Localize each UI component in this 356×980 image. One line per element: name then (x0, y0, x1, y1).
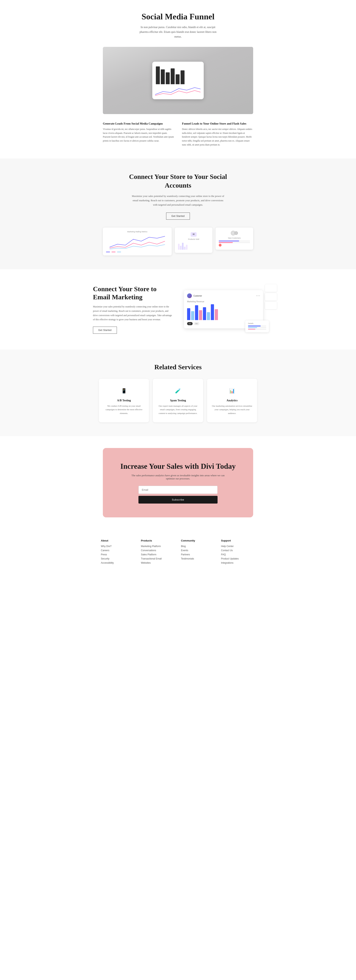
services-grid: 📱 A/B Testing We conduct A/B testing on … (99, 379, 257, 422)
ab-testing-icon: 📱 (119, 386, 129, 396)
mock-mini-bars (178, 242, 209, 250)
details-card: Details (245, 320, 269, 332)
side-card-mini-1 (265, 284, 277, 292)
footer-link-testimonials[interactable]: Testimonials (181, 557, 215, 560)
footer-col-products: Products Marketing Platform Conversation… (141, 539, 175, 566)
footer-col-about: About Why Divi? Careers Press Security A… (101, 539, 135, 566)
service-card-ab-testing: 📱 A/B Testing We conduct A/B testing on … (99, 379, 149, 422)
col2-text: Donec ultrices lobortis arcu, nec auctor… (182, 127, 253, 147)
footer-col-support: Support Help Center Contact Us FAQ Produ… (221, 539, 255, 566)
service-card-spam-testing: 🧪 Spam Testing Our expert team manages a… (153, 379, 203, 422)
footer-col-community: Community Blog Events Partners Testimoni… (181, 539, 215, 566)
ab-testing-title: A/B Testing (104, 399, 144, 402)
col1-heading: Generate Leads From Social Media Campaig… (103, 122, 174, 125)
connect-store-heading: Connect Your Store to Your Social Accoun… (129, 172, 227, 190)
footer-link-partners[interactable]: Partners (181, 553, 215, 556)
detail-line-2 (248, 327, 266, 328)
col1-text: Vivamus id gravida mi, nec ullamcorper p… (103, 127, 174, 143)
cta-description: The sales performance analytics have giv… (129, 474, 227, 480)
footer-products-heading: Products (141, 539, 175, 542)
mock-side-card-1: ✉ Products Sold (175, 228, 212, 253)
service-card-analytics: 📊 Analytics Our marketing automation ser… (207, 379, 257, 422)
footer-link-updates[interactable]: Product Updates (221, 557, 255, 560)
email-mock-container: Customer Marketing Revenue (184, 290, 263, 328)
hero-subtitle: In non pulvinar purus. Curabitur nisi od… (136, 25, 220, 39)
footer-link-conversations[interactable]: Conversations (141, 549, 175, 552)
mock-x-button[interactable]: × (219, 244, 222, 247)
email-marketing-heading: Connect Your Store to Email Marketing (93, 285, 172, 301)
footer-about-heading: About (101, 539, 135, 542)
two-col-section: Generate Leads From Social Media Campaig… (99, 122, 257, 147)
footer-link-sales[interactable]: Sales Platform (141, 553, 175, 556)
footer-link-accessibility[interactable]: Accessibility (101, 562, 135, 564)
email-marketing-cta[interactable]: Get Started (93, 326, 117, 334)
side-card-mini-2 (265, 293, 277, 301)
customer-row: Customer (187, 293, 260, 298)
email-marketing-section: Connect Your Store to Email Marketing Ma… (0, 269, 356, 350)
footer-link-marketing[interactable]: Marketing Platform (141, 545, 175, 547)
three-dots-menu[interactable] (256, 295, 260, 296)
footer-link-press[interactable]: Press (101, 553, 135, 556)
detail-line-1 (248, 326, 266, 326)
col1: Generate Leads From Social Media Campaig… (103, 122, 174, 147)
footer-community-heading: Community (181, 539, 215, 542)
analytics-icon: 📊 (227, 386, 237, 396)
email-marketing-text: Connect Your Store to Email Marketing Ma… (93, 285, 172, 334)
footer-link-careers[interactable]: Careers (101, 549, 135, 552)
col2-heading: Funnel Leads to Your Online Store and Fl… (182, 122, 253, 125)
detail-line-3 (248, 329, 266, 329)
footer-link-faq[interactable]: FAQ (221, 553, 255, 556)
subscribe-button[interactable]: Subscribe (139, 496, 217, 504)
side-card-mini-3 (265, 302, 277, 309)
hero-image (103, 47, 253, 114)
related-services-section: Related Services 📱 A/B Testing We conduc… (0, 350, 356, 436)
footer-link-websites[interactable]: Websites (141, 562, 175, 564)
footer-link-security[interactable]: Security (101, 557, 135, 560)
side-mini-cards (265, 284, 277, 309)
connect-store-cta[interactable]: Get Started (166, 213, 190, 220)
details-label: Details (248, 323, 266, 325)
mock-email-icon: ✉ (191, 232, 196, 237)
customer-avatar (187, 293, 192, 298)
spam-testing-icon: 🧪 (173, 386, 183, 396)
mock-progress-2 (219, 242, 250, 243)
analytics-description: Our marketing automation services stream… (212, 404, 252, 415)
mock-main-label: Marketing Mailing Metrics (106, 231, 169, 233)
mock-main-card: Marketing Mailing Metrics (103, 228, 172, 255)
email-input-row: Subscribe (139, 486, 217, 504)
connect-store-description: Maximize your sales potential by seamles… (131, 194, 225, 207)
footer-link-help[interactable]: Help Center (221, 545, 255, 547)
related-services-heading: Related Services (4, 363, 352, 371)
revenue-bars (187, 304, 260, 320)
footer-support-heading: Support (221, 539, 255, 542)
dashboard-mockups: Marketing Mailing Metrics ✉ Products Sol… (99, 228, 257, 255)
cta-section: Increase Your Sales with Divi Today The … (103, 448, 253, 517)
toggle-btn-1[interactable]: Ov (187, 322, 193, 325)
footer-link-blog[interactable]: Blog (181, 545, 215, 547)
footer-link-why-divi[interactable]: Why Divi? (101, 545, 135, 547)
footer: About Why Divi? Careers Press Security A… (0, 529, 356, 576)
mock-side2-label: New Customers (219, 237, 250, 239)
cta-heading: Increase Your Sales with Divi Today (111, 462, 245, 471)
hero-section: Social Media Funnel In non pulvinar puru… (89, 0, 267, 47)
email-marketing-description: Maximize your sales potential by seamles… (93, 305, 172, 322)
hero-image-section (99, 47, 257, 114)
spam-testing-title: Spam Testing (158, 399, 198, 402)
footer-link-transactional[interactable]: Transactional Email (141, 557, 175, 560)
mock-progress-1 (219, 240, 250, 242)
footer-link-events[interactable]: Events (181, 549, 215, 552)
mock-side-card-2: New Customers × (216, 228, 253, 250)
email-input[interactable] (139, 486, 217, 494)
hero-title: Social Media Funnel (93, 12, 263, 21)
spam-testing-description: Our expert team manages all aspects of y… (158, 404, 198, 415)
ab-testing-description: We conduct A/B testing on your email cam… (104, 404, 144, 415)
footer-grid: About Why Divi? Careers Press Security A… (89, 529, 267, 576)
footer-link-integrations[interactable]: Integrations (221, 562, 255, 564)
customer-label: Customer (193, 295, 202, 297)
col2: Funnel Leads to Your Online Store and Fl… (182, 122, 253, 147)
footer-link-contact[interactable]: Contact Us (221, 549, 255, 552)
analytics-title: Analytics (212, 399, 252, 402)
connect-store-section: Connect Your Store to Your Social Accoun… (0, 159, 356, 269)
toggle-btn-2[interactable]: Mo (194, 322, 200, 325)
revenue-label: Marketing Revenue (187, 301, 260, 303)
